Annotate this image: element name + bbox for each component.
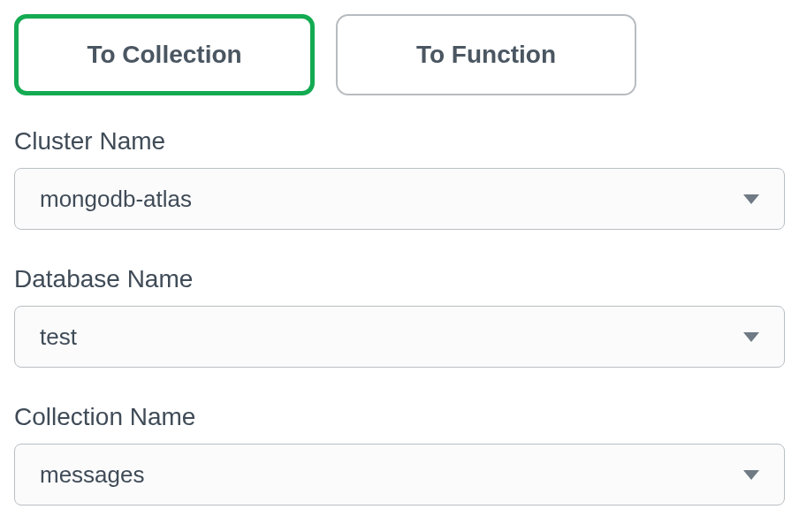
tab-to-collection[interactable]: To Collection <box>14 14 315 95</box>
database-name-select[interactable]: test <box>14 306 785 368</box>
collection-name-label: Collection Name <box>14 403 785 431</box>
destination-tabs: To Collection To Function <box>14 14 785 95</box>
chevron-down-icon <box>743 470 759 480</box>
database-name-field: Database Name test <box>14 265 785 368</box>
collection-name-select[interactable]: messages <box>14 444 785 505</box>
chevron-down-icon <box>743 332 759 342</box>
collection-name-field: Collection Name messages <box>14 403 785 505</box>
tab-label: To Function <box>416 41 556 69</box>
chevron-down-icon <box>743 194 759 204</box>
database-name-label: Database Name <box>14 265 785 293</box>
cluster-name-field: Cluster Name mongodb-atlas <box>14 127 785 230</box>
cluster-name-select[interactable]: mongodb-atlas <box>14 168 785 230</box>
tab-label: To Collection <box>87 41 241 69</box>
tab-to-function[interactable]: To Function <box>336 14 636 95</box>
database-name-value: test <box>40 323 77 351</box>
cluster-name-value: mongodb-atlas <box>40 186 192 213</box>
collection-name-value: messages <box>40 461 145 489</box>
cluster-name-label: Cluster Name <box>14 127 785 156</box>
